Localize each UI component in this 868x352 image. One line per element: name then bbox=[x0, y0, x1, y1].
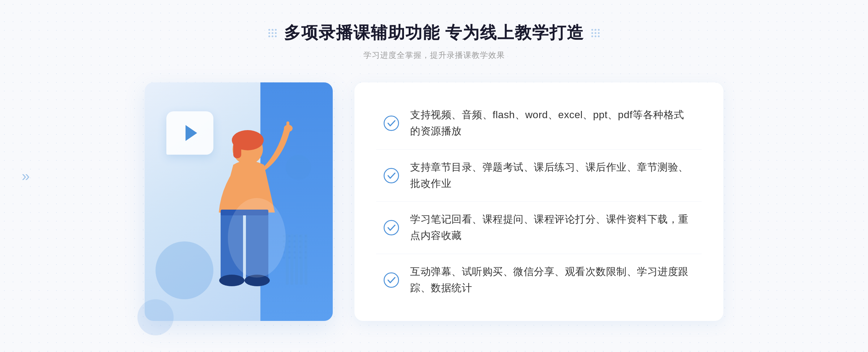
feature-item-1: 支持视频、音频、flash、word、excel、ppt、pdf等各种格式的资源… bbox=[383, 103, 694, 143]
svg-rect-29 bbox=[305, 234, 307, 285]
dots-decoration-right bbox=[591, 29, 600, 37]
check-circle-icon-2 bbox=[383, 168, 399, 184]
feature-divider-3 bbox=[376, 254, 702, 254]
page-subtitle: 学习进度全掌握，提升录播课教学效果 bbox=[268, 50, 600, 61]
svg-point-43 bbox=[384, 220, 399, 235]
dots-decoration-left bbox=[268, 29, 277, 37]
svg-rect-28 bbox=[300, 234, 303, 285]
feature-item-4: 互动弹幕、试听购买、微信分享、观看次数限制、学习进度跟踪、数据统计 bbox=[383, 260, 694, 300]
feature-item-2: 支持章节目录、弹题考试、课后练习、课后作业、章节测验、批改作业 bbox=[383, 156, 694, 196]
header-section: 多项录播课辅助功能 专为线上教学打造 学习进度全掌握，提升录播课教学效果 bbox=[268, 0, 600, 61]
svg-rect-32 bbox=[233, 140, 241, 158]
svg-point-40 bbox=[228, 198, 286, 278]
feature-text-4: 互动弹幕、试听购买、微信分享、观看次数限制、学习进度跟踪、数据统计 bbox=[410, 264, 694, 296]
feature-text-2: 支持章节目录、弹题考试、课后练习、课后作业、章节测验、批改作业 bbox=[410, 159, 694, 192]
bottom-circle-decoration bbox=[137, 299, 174, 335]
svg-point-37 bbox=[219, 275, 244, 286]
check-circle-icon-3 bbox=[383, 220, 399, 236]
chevron-left-icon: » bbox=[22, 169, 30, 183]
svg-rect-34 bbox=[286, 121, 289, 129]
human-figure-illustration bbox=[177, 111, 300, 321]
feature-divider-1 bbox=[376, 149, 702, 150]
features-panel: 支持视频、音频、flash、word、excel、ppt、pdf等各种格式的资源… bbox=[354, 82, 723, 321]
illustration-card bbox=[145, 82, 333, 321]
svg-point-41 bbox=[384, 116, 399, 130]
check-circle-icon-4 bbox=[383, 272, 399, 288]
left-illustration bbox=[145, 72, 354, 343]
far-left-decoration: » bbox=[22, 169, 30, 183]
title-row: 多项录播课辅助功能 专为线上教学打造 bbox=[268, 22, 600, 44]
check-circle-icon-1 bbox=[383, 115, 399, 131]
svg-point-44 bbox=[384, 273, 399, 287]
main-content: 支持视频、音频、flash、word、excel、ppt、pdf等各种格式的资源… bbox=[145, 72, 723, 343]
svg-point-42 bbox=[384, 168, 399, 183]
feature-text-1: 支持视频、音频、flash、word、excel、ppt、pdf等各种格式的资源… bbox=[410, 107, 694, 139]
feature-divider-2 bbox=[376, 201, 702, 202]
feature-item-3: 学习笔记回看、课程提问、课程评论打分、课件资料下载，重点内容收藏 bbox=[383, 208, 694, 248]
page-container: » 多项录播课辅助功能 专为线上教学打造 bbox=[0, 0, 868, 352]
page-title: 多项录播课辅助功能 专为线上教学打造 bbox=[284, 22, 584, 44]
feature-text-3: 学习笔记回看、课程提问、课程评论打分、课件资料下载，重点内容收藏 bbox=[410, 211, 694, 244]
